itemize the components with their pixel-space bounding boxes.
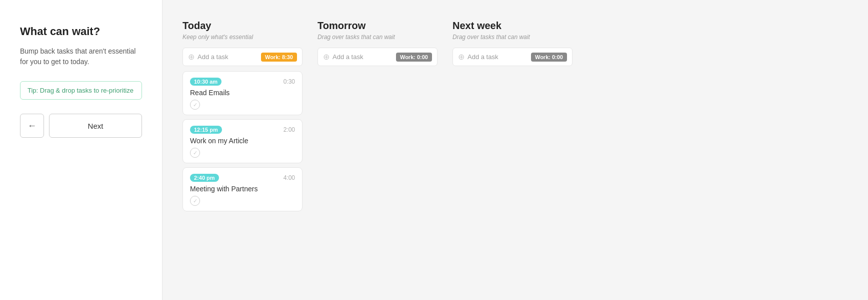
heading: What can wait?: [20, 25, 142, 38]
task-card-header: 10:30 am 0:30: [190, 78, 295, 86]
task-check[interactable]: ✓: [190, 100, 200, 110]
add-task-bar-today[interactable]: ⊕ Add a task Work: 8:30: [182, 48, 302, 66]
task-card-header: 2:40 pm 4:00: [190, 174, 295, 182]
column-tomorrow: Tomorrow Drag over tasks that can wait ⊕…: [318, 20, 438, 280]
plus-icon: ⊕: [458, 52, 464, 62]
add-task-label: Add a task: [332, 53, 363, 61]
add-task-bar-tomorrow[interactable]: ⊕ Add a task Work: 0:00: [318, 48, 438, 66]
column-subtitle-tomorrow: Drag over tasks that can wait: [318, 34, 438, 41]
task-card[interactable]: 12:15 pm 2:00 Work on my Article ✓: [182, 119, 302, 163]
task-duration: 2:00: [284, 126, 295, 133]
task-name: Work on my Article: [190, 137, 295, 145]
column-subtitle-next-week: Drag over tasks that can wait: [452, 34, 572, 41]
task-time-badge: 10:30 am: [190, 78, 222, 86]
add-task-label: Add a task: [198, 53, 228, 61]
work-badge-tomorrow: Work: 0:00: [396, 53, 432, 62]
add-task-label: Add a task: [468, 53, 498, 61]
task-card-header: 12:15 pm 2:00: [190, 126, 295, 134]
plus-icon: ⊕: [323, 52, 330, 62]
button-row: ← Next: [20, 114, 142, 138]
task-check[interactable]: ✓: [190, 196, 200, 206]
task-card[interactable]: 2:40 pm 4:00 Meeting with Partners ✓: [182, 167, 302, 211]
back-button[interactable]: ←: [20, 114, 44, 138]
column-title-today: Today: [182, 20, 302, 32]
column-title-next-week: Next week: [452, 20, 572, 32]
column-today: Today Keep only what's essential ⊕ Add a…: [182, 20, 302, 280]
add-task-bar-next-week[interactable]: ⊕ Add a task Work: 0:00: [452, 48, 572, 66]
task-check[interactable]: ✓: [190, 148, 200, 158]
task-time-badge: 12:15 pm: [190, 126, 222, 134]
task-duration: 0:30: [284, 78, 295, 85]
plus-icon: ⊕: [188, 52, 194, 62]
task-name: Read Emails: [190, 89, 295, 97]
task-duration: 4:00: [284, 174, 295, 181]
task-time-badge: 2:40 pm: [190, 174, 219, 182]
column-subtitle-today: Keep only what's essential: [182, 34, 302, 41]
work-badge-next-week: Work: 0:00: [531, 53, 567, 62]
tip-box: Tip: Drag & drop tasks to re-prioritize: [20, 81, 142, 100]
work-badge-today: Work: 8:30: [261, 53, 297, 62]
next-button[interactable]: Next: [49, 114, 142, 138]
main-area: Today Keep only what's essential ⊕ Add a…: [162, 0, 868, 300]
task-name: Meeting with Partners: [190, 185, 295, 193]
column-title-tomorrow: Tomorrow: [318, 20, 438, 32]
column-next-week: Next week Drag over tasks that can wait …: [452, 20, 572, 280]
task-card[interactable]: 10:30 am 0:30 Read Emails ✓: [182, 71, 302, 115]
description: Bump back tasks that aren't essential fo…: [20, 46, 142, 67]
left-panel: What can wait? Bump back tasks that aren…: [0, 0, 162, 300]
